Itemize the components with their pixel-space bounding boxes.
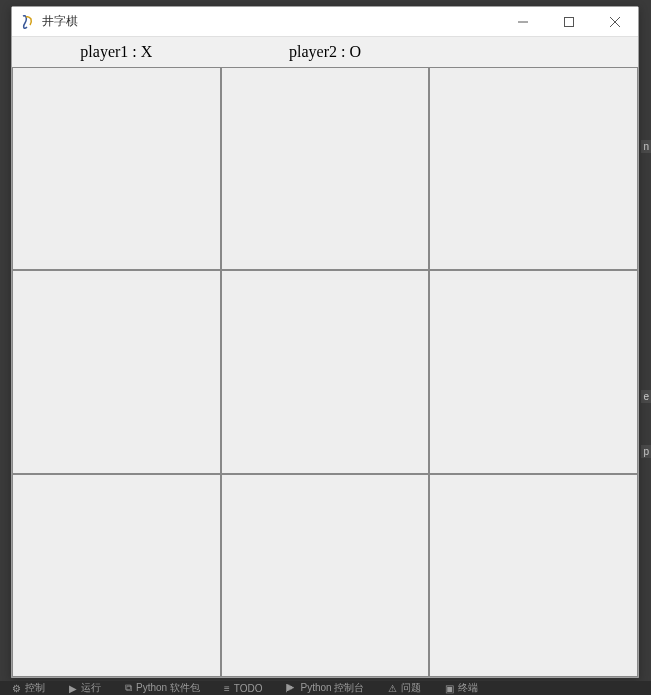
player1-label: player1 : X: [12, 43, 221, 61]
terminal-icon: ▣: [445, 683, 454, 694]
play-icon: ▶: [69, 683, 77, 694]
player-header: player1 : X player2 : O: [12, 37, 638, 67]
close-button[interactable]: [592, 7, 638, 36]
bottom-item-console[interactable]: ⯈ Python 控制台: [286, 681, 364, 695]
window-title: 井字棋: [42, 13, 500, 30]
minimize-button[interactable]: [500, 7, 546, 36]
warning-icon: ⚠: [388, 683, 397, 694]
app-icon: [20, 14, 36, 30]
game-board: [12, 67, 638, 677]
ide-bottom-toolbar: ⚙ 控制 ▶ 运行 ⧉ Python 软件包 ≡ TODO ⯈ Python 控…: [0, 681, 651, 695]
app-window: 井字棋 player1 : X player2 : O: [11, 6, 639, 678]
cell-1-1[interactable]: [221, 270, 430, 473]
bottom-item-packages[interactable]: ⧉ Python 软件包: [125, 681, 200, 695]
cell-2-1[interactable]: [221, 474, 430, 677]
bottom-item-run[interactable]: ▶ 运行: [69, 681, 101, 695]
window-controls: [500, 7, 638, 36]
cell-1-2[interactable]: [429, 270, 638, 473]
bg-fragment-3: p: [641, 445, 651, 458]
cell-1-0[interactable]: [12, 270, 221, 473]
titlebar[interactable]: 井字棋: [12, 7, 638, 37]
svg-rect-1: [565, 17, 574, 26]
bg-fragment-2: e: [641, 390, 651, 403]
bg-fragment-1: n: [641, 140, 651, 153]
bottom-item-todo[interactable]: ≡ TODO: [224, 683, 263, 694]
bottom-item-problems[interactable]: ⚠ 问题: [388, 681, 421, 695]
cell-0-2[interactable]: [429, 67, 638, 270]
cell-2-2[interactable]: [429, 474, 638, 677]
maximize-button[interactable]: [546, 7, 592, 36]
bottom-item-control[interactable]: ⚙ 控制: [12, 681, 45, 695]
package-icon: ⧉: [125, 682, 132, 694]
settings-icon: ⚙: [12, 683, 21, 694]
cell-0-1[interactable]: [221, 67, 430, 270]
python-icon: ⯈: [286, 683, 296, 694]
player2-label: player2 : O: [221, 43, 430, 61]
list-icon: ≡: [224, 683, 230, 694]
cell-0-0[interactable]: [12, 67, 221, 270]
cell-2-0[interactable]: [12, 474, 221, 677]
bottom-item-terminal[interactable]: ▣ 终端: [445, 681, 478, 695]
